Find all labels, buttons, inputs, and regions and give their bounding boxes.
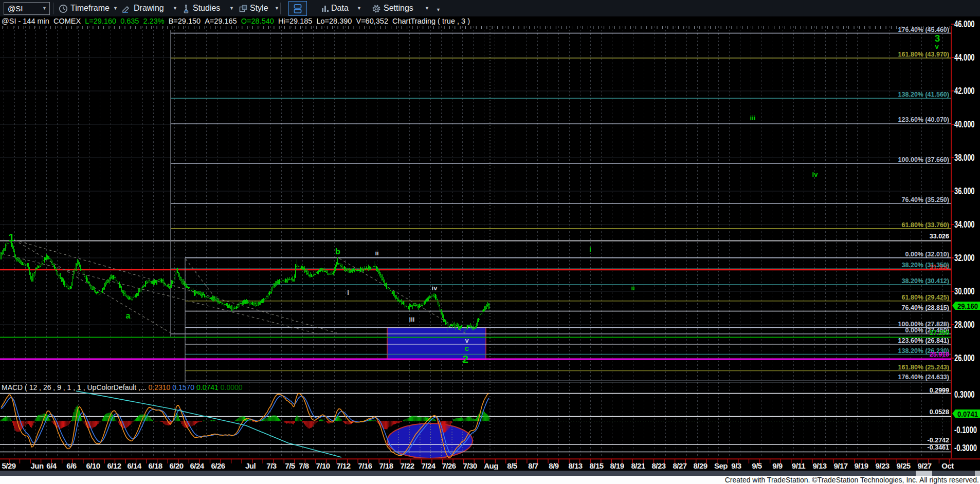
svg-text:6/6: 6/6: [66, 461, 77, 470]
svg-text:-0.2742: -0.2742: [928, 437, 949, 444]
svg-text:36.000: 36.000: [954, 186, 975, 196]
svg-text:0.0741: 0.0741: [957, 409, 978, 418]
svg-text:i: i: [589, 246, 591, 253]
svg-text:6/24: 6/24: [190, 461, 204, 470]
svg-text:5/29: 5/29: [2, 461, 15, 470]
svg-text:iv: iv: [812, 171, 819, 178]
svg-text:6/10: 6/10: [86, 461, 100, 470]
svg-text:i: i: [347, 289, 349, 296]
svg-text:9/17: 9/17: [833, 461, 847, 470]
svg-text:33.026: 33.026: [930, 233, 949, 240]
svg-text:Aug: Aug: [484, 461, 498, 470]
svg-text:v: v: [465, 337, 469, 344]
svg-text:100.00% (27.828): 100.00% (27.828): [898, 321, 949, 328]
svg-text:7/22: 7/22: [400, 461, 414, 470]
svg-text:b: b: [335, 247, 340, 256]
svg-text:100.00% (37.660): 100.00% (37.660): [898, 156, 949, 163]
svg-text:9/25: 9/25: [896, 461, 910, 470]
svg-text:6/12: 6/12: [107, 461, 121, 470]
svg-text:2: 2: [462, 353, 468, 365]
svg-text:9/23: 9/23: [875, 461, 889, 470]
svg-text:32.000: 32.000: [954, 253, 975, 263]
svg-text:ii: ii: [375, 249, 378, 257]
svg-text:Jun: Jun: [30, 461, 44, 470]
svg-text:8/9: 8/9: [549, 461, 559, 470]
svg-text:iii: iii: [750, 114, 756, 122]
svg-text:9/11: 9/11: [792, 461, 806, 470]
svg-text:8/5: 8/5: [507, 461, 517, 470]
svg-text:3: 3: [935, 33, 940, 44]
svg-text:7/12: 7/12: [336, 461, 350, 470]
svg-text:29.160: 29.160: [957, 302, 978, 310]
svg-text:28.000: 28.000: [954, 320, 975, 330]
svg-text:161.80% (25.243): 161.80% (25.243): [898, 364, 949, 371]
svg-text:138.20% (41.560): 138.20% (41.560): [898, 91, 949, 98]
svg-text:123.60% (26.841): 123.60% (26.841): [898, 337, 949, 344]
svg-text:8/21: 8/21: [631, 461, 645, 470]
svg-text:27.250: 27.250: [930, 329, 949, 337]
svg-text:26.000: 26.000: [954, 353, 975, 363]
svg-text:9/9: 9/9: [772, 461, 783, 470]
svg-text:8/27: 8/27: [673, 461, 686, 470]
svg-text:38.20% (30.412): 38.20% (30.412): [902, 277, 949, 285]
svg-text:7/5: 7/5: [285, 461, 295, 470]
svg-text:-0.1000: -0.1000: [954, 425, 977, 435]
svg-text:76.40% (35.250): 76.40% (35.250): [902, 196, 949, 203]
svg-text:7/16: 7/16: [358, 461, 372, 470]
svg-text:123.60% (40.070): 123.60% (40.070): [898, 116, 949, 123]
svg-text:a: a: [126, 311, 131, 320]
svg-text:iv: iv: [432, 284, 438, 292]
svg-text:9/5: 9/5: [752, 461, 762, 470]
svg-text:7/26: 7/26: [442, 461, 456, 470]
svg-text:7/24: 7/24: [421, 461, 435, 470]
svg-text:34.000: 34.000: [954, 219, 975, 230]
svg-text:61.80% (29.425): 61.80% (29.425): [902, 294, 949, 301]
svg-text:40.000: 40.000: [954, 119, 975, 129]
svg-text:9/27: 9/27: [917, 461, 931, 470]
svg-text:ii: ii: [631, 284, 634, 292]
svg-text:7/3: 7/3: [266, 461, 277, 470]
svg-text:44.000: 44.000: [954, 52, 975, 63]
svg-text:30.000: 30.000: [954, 286, 975, 296]
svg-text:8/19: 8/19: [610, 461, 624, 470]
svg-text:Oct: Oct: [941, 461, 954, 470]
svg-text:176.40% (45.460): 176.40% (45.460): [898, 26, 949, 33]
svg-text:38.20% (31.350): 38.20% (31.350): [902, 262, 949, 269]
svg-text:7/10: 7/10: [316, 461, 330, 470]
svg-text:-0.3000: -0.3000: [954, 443, 977, 453]
svg-text:25.910: 25.910: [930, 351, 949, 358]
svg-text:6/20: 6/20: [169, 461, 183, 470]
svg-text:c: c: [465, 344, 469, 352]
svg-text:161.80% (43.970): 161.80% (43.970): [898, 51, 949, 58]
svg-text:8/29: 8/29: [693, 461, 707, 470]
svg-text:0.2999: 0.2999: [930, 387, 949, 394]
svg-text:7/18: 7/18: [379, 461, 393, 470]
svg-text:176.40% (24.633): 176.40% (24.633): [898, 374, 949, 381]
svg-text:42.000: 42.000: [954, 86, 975, 96]
svg-text:v: v: [935, 43, 939, 50]
svg-text:MACD ( 12 , 26 , 9 , 1 , 1 , U: MACD ( 12 , 26 , 9 , 1 , 1 , UpColorDefa…: [2, 383, 243, 392]
svg-text:9/19: 9/19: [854, 461, 868, 470]
svg-text:8/15: 8/15: [589, 461, 603, 470]
svg-text:7/8: 7/8: [299, 461, 309, 470]
svg-text:Jul: Jul: [245, 461, 256, 470]
svg-text:6/26: 6/26: [211, 461, 225, 470]
svg-text:6/14: 6/14: [127, 461, 141, 470]
svg-text:38.000: 38.000: [954, 153, 975, 163]
svg-text:76.40% (28.815): 76.40% (28.815): [902, 304, 949, 311]
svg-text:8/7: 8/7: [528, 461, 538, 470]
svg-text:8/23: 8/23: [651, 461, 665, 470]
svg-text:6/4: 6/4: [46, 461, 57, 470]
svg-text:0.3000: 0.3000: [954, 389, 975, 400]
svg-text:61.80% (33.760): 61.80% (33.760): [902, 221, 949, 229]
svg-text:7/30: 7/30: [463, 461, 477, 470]
svg-text:iii: iii: [409, 315, 415, 323]
svg-text:Sep: Sep: [714, 461, 728, 470]
svg-text:1: 1: [8, 231, 14, 243]
svg-text:0.00% (32.010): 0.00% (32.010): [905, 251, 949, 258]
svg-text:-0.3461: -0.3461: [928, 444, 949, 451]
svg-text:9/13: 9/13: [812, 461, 826, 470]
svg-text:8/13: 8/13: [568, 461, 582, 470]
svg-text:9/3: 9/3: [731, 461, 741, 470]
svg-text:6/18: 6/18: [148, 461, 162, 470]
